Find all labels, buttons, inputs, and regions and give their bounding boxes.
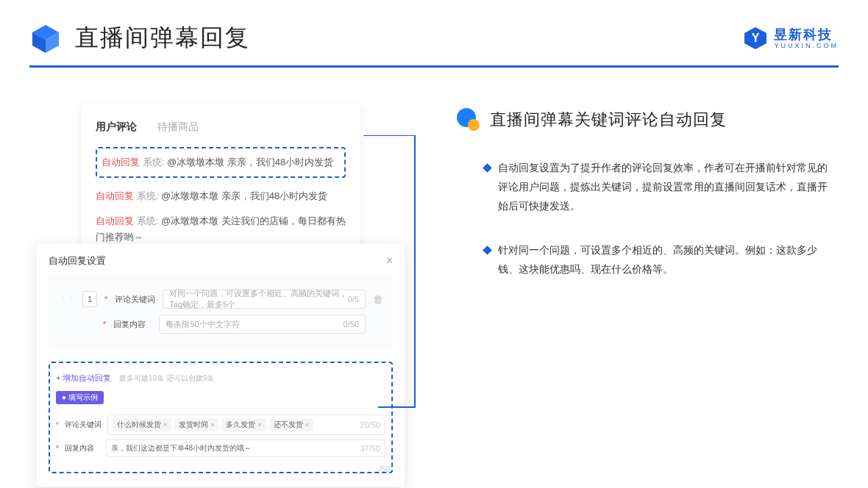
section-title: 直播间弹幕关键词评论自动回复	[490, 109, 727, 131]
brand-name-en: YUUXIN.COM	[774, 43, 839, 49]
add-auto-reply-link[interactable]: + 增加自动回复	[56, 373, 111, 384]
svg-point-6	[468, 119, 480, 131]
example-content-input[interactable]: 亲，我们这边都是下单48小时内发货的哦～ 37/50	[106, 439, 385, 457]
keyword-tag[interactable]: 多久发货×	[221, 418, 266, 431]
settings-title: 自动回复设置	[49, 254, 106, 268]
add-hint: 最多可建10条 还可以创建9条	[119, 374, 214, 382]
comment-item: 自动回复 系统: @冰墩墩本墩 关注我们的店铺，每日都有热门推荐哟～	[96, 213, 346, 245]
highlighted-comment: 自动回复 系统: @冰墩墩本墩 亲亲，我们48小时内发货	[96, 147, 346, 178]
drag-handle-icon[interactable]: ⋮⋮	[59, 295, 75, 304]
diamond-bullet-icon	[483, 245, 492, 255]
brand-name-cn: 昱新科技	[774, 28, 839, 41]
keyword-input[interactable]: 对同一个问题，可设置多个相近、高频的关键词，Tag确定，最多5个 0/5	[163, 290, 366, 309]
brand-icon: Y	[743, 26, 768, 51]
chat-bubble-icon	[456, 107, 481, 132]
auto-reply-badge: 自动回复	[102, 157, 140, 168]
stray-counter: /50	[379, 464, 390, 473]
bullet-point: 自动回复设置为了提升作者的评论回复效率，作者可在开播前针对常见的评论用户问题，提…	[456, 159, 839, 216]
connector-line	[363, 135, 422, 415]
example-section: + 增加自动回复 最多可建10条 还可以创建9条 ● 填写示例 * 评论关键词 …	[49, 362, 393, 473]
description-column: 直播间弹幕关键词评论自动回复 自动回复设置为了提升作者的评论回复效率，作者可在开…	[456, 104, 839, 304]
content-input[interactable]: 每条限50个中文字符 0/50	[159, 315, 366, 334]
keyword-tag[interactable]: 还不发货×	[269, 418, 313, 431]
brand-logo: Y 昱新科技 YUUXIN.COM	[743, 26, 839, 51]
tab-user-comments[interactable]: 用户评论	[96, 121, 137, 134]
page-title: 直播间弹幕回复	[75, 22, 250, 54]
bullet-point: 针对同一个问题，可设置多个相近的、高频的关键词。例如：这款多少钱、这块能优惠吗、…	[456, 241, 839, 279]
screenshot-column: 用户评论 待播商品 自动回复 系统: @冰墩墩本墩 亲亲，我们48小时内发货 自…	[37, 104, 434, 304]
system-label: 系统:	[143, 157, 165, 168]
svg-text:Y: Y	[752, 32, 760, 44]
example-keyword-input[interactable]: 什么时候发货×发货时间×多久发货×还不发货× 20/50	[107, 415, 385, 435]
diamond-bullet-icon	[483, 163, 492, 173]
rule-index: 1	[82, 291, 97, 307]
keyword-label: 评论关键词	[115, 294, 155, 305]
keyword-tag[interactable]: 发货时间×	[174, 418, 218, 431]
tab-pending-goods[interactable]: 待播商品	[157, 121, 199, 134]
comment-item: 自动回复 系统: @冰墩墩本墩 亲亲，我们48小时内发货	[96, 188, 346, 204]
example-badge: ● 填写示例	[56, 391, 104, 404]
cube-icon	[29, 22, 62, 54]
content-label: 回复内容	[113, 319, 152, 330]
keyword-tag[interactable]: 什么时候发货×	[113, 418, 171, 431]
auto-reply-settings-panel: 自动回复设置 × ⋮⋮ 1 * 评论关键词 对同一个问题，可设置多个相近、高频的…	[37, 244, 405, 487]
page-header: 直播间弹幕回复 Y 昱新科技 YUUXIN.COM	[0, 0, 868, 65]
comment-text: @冰墩墩本墩 亲亲，我们48小时内发货	[167, 157, 333, 168]
